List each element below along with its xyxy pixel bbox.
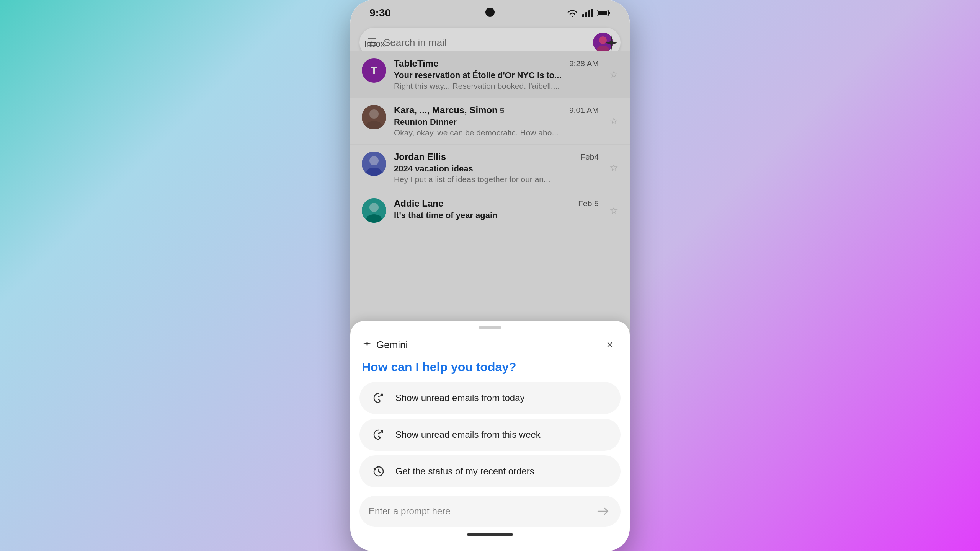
suggestion-chip-3[interactable]: Get the status of my recent orders [359, 455, 621, 487]
gemini-star-icon [362, 338, 372, 352]
send-button[interactable] [595, 503, 611, 520]
suggestion-icon-2 [370, 426, 387, 443]
sheet-handle [479, 326, 501, 329]
gemini-label-row: Gemini [362, 338, 408, 352]
prompt-input[interactable] [369, 506, 588, 517]
gemini-title: Gemini [376, 339, 408, 351]
sheet-header: Gemini × [350, 333, 630, 357]
prompt-input-area [359, 496, 621, 527]
home-indicator [467, 533, 513, 536]
close-button[interactable]: × [601, 336, 618, 353]
suggestion-icon-1 [370, 390, 387, 406]
suggestions: Show unread emails from today Show unrea… [350, 382, 630, 487]
suggestion-text-1: Show unread emails from today [395, 393, 525, 403]
help-text: How can I help you today? [350, 357, 630, 382]
gemini-sheet: Gemini × How can I help you today? Show … [350, 321, 630, 551]
phone-container: 9:30 [350, 0, 630, 551]
suggestion-chip-2[interactable]: Show unread emails from this week [359, 419, 621, 451]
suggestion-text-2: Show unread emails from this week [395, 429, 541, 440]
suggestion-icon-3 [370, 463, 387, 480]
suggestion-text-3: Get the status of my recent orders [395, 466, 534, 477]
suggestion-chip-1[interactable]: Show unread emails from today [359, 382, 621, 414]
